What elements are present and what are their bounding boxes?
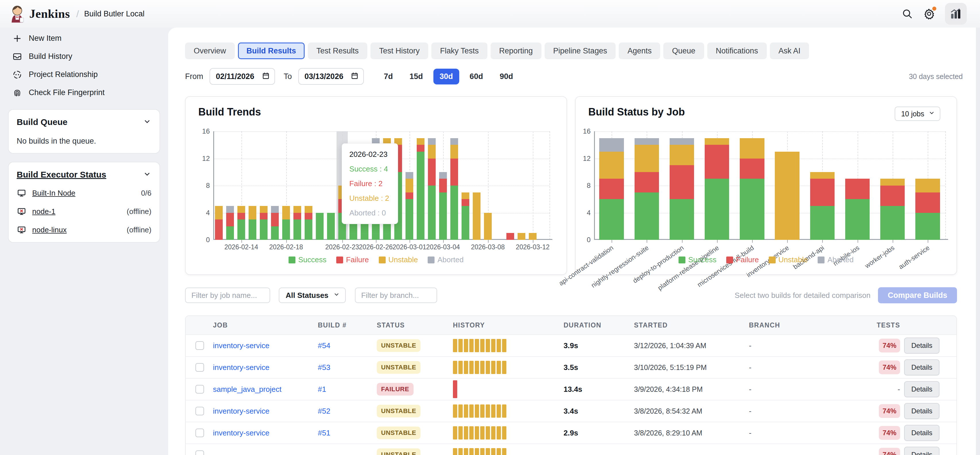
bar-segment-success[interactable] bbox=[237, 219, 245, 240]
bar-segment-aborted[interactable] bbox=[670, 138, 694, 145]
history-bar[interactable] bbox=[453, 426, 457, 439]
legend-item-success[interactable]: Success bbox=[288, 255, 326, 264]
history-bar[interactable] bbox=[453, 404, 457, 418]
bar-segment-unstable[interactable] bbox=[880, 179, 905, 185]
history-bar[interactable] bbox=[475, 404, 479, 418]
preset-30d[interactable]: 30d bbox=[433, 69, 460, 84]
history-bar[interactable] bbox=[480, 339, 485, 352]
history-bar[interactable] bbox=[475, 339, 479, 352]
jobs-count-select[interactable]: 10 jobs bbox=[895, 106, 940, 121]
history-bar[interactable] bbox=[458, 448, 463, 455]
bar-segment-failure[interactable] bbox=[740, 159, 764, 179]
compare-builds-button[interactable]: Compare Builds bbox=[878, 287, 957, 303]
settings-gear-icon[interactable] bbox=[923, 8, 935, 20]
dashboard-chart-button[interactable] bbox=[945, 3, 967, 25]
bar-segment-failure[interactable] bbox=[439, 179, 447, 192]
sidebar-item-build-history[interactable]: Build History bbox=[0, 48, 168, 65]
row-checkbox[interactable] bbox=[196, 450, 204, 455]
bar-segment-failure[interactable] bbox=[226, 213, 234, 226]
legend-item-failure[interactable]: Failure bbox=[336, 255, 369, 264]
bar-segment-success[interactable] bbox=[316, 213, 324, 240]
tab-test-results[interactable]: Test Results bbox=[308, 43, 367, 59]
details-button[interactable]: Details bbox=[904, 425, 939, 441]
tab-notifications[interactable]: Notifications bbox=[707, 43, 767, 59]
bar-segment-unstable[interactable] bbox=[417, 138, 425, 145]
build-number-link[interactable]: #52 bbox=[318, 407, 377, 415]
bar-segment-unstable[interactable] bbox=[450, 145, 458, 158]
row-checkbox[interactable] bbox=[196, 341, 204, 350]
bar-segment-success[interactable] bbox=[705, 179, 729, 240]
bar-segment-unstable[interactable] bbox=[670, 145, 694, 165]
history-bar[interactable] bbox=[458, 339, 463, 352]
bar-segment-unstable[interactable] bbox=[237, 206, 245, 213]
row-checkbox[interactable] bbox=[196, 363, 204, 372]
bar-segment-unstable[interactable] bbox=[705, 138, 729, 145]
legend-item-unstable[interactable]: Unstable bbox=[769, 255, 808, 264]
bar-segment-success[interactable] bbox=[439, 192, 447, 240]
bar-segment-unstable[interactable] bbox=[635, 145, 659, 172]
bar-segment-unstable[interactable] bbox=[428, 145, 436, 158]
bar-segment-failure[interactable] bbox=[845, 179, 870, 199]
bar-segment-unstable[interactable] bbox=[529, 233, 536, 240]
history-bar[interactable] bbox=[475, 426, 479, 439]
history-bar[interactable] bbox=[486, 361, 490, 374]
history-bar[interactable] bbox=[486, 339, 490, 352]
bar-segment-aborted[interactable] bbox=[599, 138, 624, 152]
history-bar[interactable] bbox=[502, 339, 506, 352]
bar-segment-success[interactable] bbox=[305, 219, 312, 240]
history-bar[interactable] bbox=[486, 448, 490, 455]
bar-segment-success[interactable] bbox=[406, 199, 413, 240]
bar-segment-unstable[interactable] bbox=[810, 172, 835, 179]
bar-segment-failure[interactable] bbox=[215, 219, 223, 240]
preset-15d[interactable]: 15d bbox=[403, 69, 430, 84]
bar-segment-success[interactable] bbox=[599, 199, 624, 240]
bar-segment-failure[interactable] bbox=[880, 185, 905, 206]
bar-segment-aborted[interactable] bbox=[271, 206, 279, 213]
history-bar[interactable] bbox=[458, 404, 463, 418]
branch-filter-input[interactable] bbox=[355, 287, 437, 303]
bar-segment-failure[interactable] bbox=[417, 145, 425, 152]
legend-item-success[interactable]: Success bbox=[679, 255, 716, 264]
history-bar[interactable] bbox=[453, 380, 457, 398]
job-filter-input[interactable] bbox=[185, 287, 270, 303]
bar-segment-success[interactable] bbox=[461, 206, 469, 240]
history-bar[interactable] bbox=[464, 448, 468, 455]
bar-segment-success[interactable] bbox=[670, 199, 694, 240]
history-bar[interactable] bbox=[496, 448, 501, 455]
history-bar[interactable] bbox=[491, 426, 495, 439]
bar-segment-failure[interactable] bbox=[915, 192, 940, 213]
node-link[interactable]: node-linux bbox=[32, 225, 67, 235]
legend-item-aborted[interactable]: Aborted bbox=[428, 255, 464, 264]
history-bar[interactable] bbox=[480, 426, 485, 439]
bar-segment-unstable[interactable] bbox=[518, 233, 525, 240]
bar-segment-failure[interactable] bbox=[450, 159, 458, 186]
history-bar[interactable] bbox=[469, 404, 474, 418]
history-bar[interactable] bbox=[486, 426, 490, 439]
preset-60d[interactable]: 60d bbox=[463, 69, 489, 84]
bar-segment-unstable[interactable] bbox=[740, 138, 764, 159]
bar-segment-failure[interactable] bbox=[461, 199, 469, 206]
bar-segment-success[interactable] bbox=[428, 185, 436, 240]
bar-segment-unstable[interactable] bbox=[599, 152, 624, 179]
bar-segment-aborted[interactable] bbox=[428, 138, 436, 145]
search-icon[interactable] bbox=[901, 8, 913, 20]
details-button[interactable]: Details bbox=[904, 338, 939, 354]
tab-agents[interactable]: Agents bbox=[619, 43, 660, 59]
build-number-link[interactable]: #53 bbox=[318, 363, 377, 372]
history-bar[interactable] bbox=[496, 404, 501, 418]
bar-segment-failure[interactable] bbox=[237, 213, 245, 220]
history-bar[interactable] bbox=[496, 339, 501, 352]
bar-segment-unstable[interactable] bbox=[248, 206, 256, 219]
node-link[interactable]: Built-In Node bbox=[32, 189, 75, 198]
history-bar[interactable] bbox=[469, 448, 474, 455]
bar-segment-success[interactable] bbox=[740, 179, 764, 240]
bar-segment-success[interactable] bbox=[845, 199, 870, 240]
history-bar[interactable] bbox=[502, 404, 506, 418]
bar-segment-failure[interactable] bbox=[305, 213, 312, 220]
brand-wordmark[interactable]: Jenkins bbox=[29, 7, 70, 21]
details-button[interactable]: Details bbox=[904, 359, 939, 376]
bar-segment-unstable[interactable] bbox=[282, 206, 290, 219]
details-button[interactable]: Details bbox=[904, 447, 939, 455]
history-bar[interactable] bbox=[458, 361, 463, 374]
history-bar[interactable] bbox=[480, 361, 485, 374]
